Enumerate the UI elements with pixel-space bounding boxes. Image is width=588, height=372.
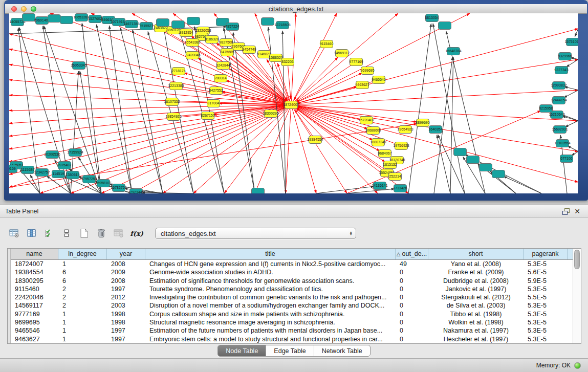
minimize-window-button[interactable] <box>21 6 27 12</box>
table-cell-in_degree: 2 <box>58 301 107 310</box>
graph-node[interactable] <box>480 164 492 171</box>
graph-node-label: 832203 <box>281 60 293 63</box>
graph-node-label: 252214 <box>389 174 401 178</box>
graph-node-label: 9975487 <box>57 163 71 167</box>
table-row[interactable]: 946554611997Estimation of the future num… <box>11 326 573 335</box>
graph-edge <box>291 29 578 105</box>
table-cell-out_degree: 0 <box>396 293 428 301</box>
graph-node[interactable] <box>439 22 451 30</box>
graph-edge <box>564 90 578 98</box>
graph-node-label: 114519 <box>53 172 64 176</box>
column-header-name[interactable]: name <box>11 249 58 259</box>
graph-node[interactable] <box>157 19 169 27</box>
graph-node-label: 1615132 <box>383 163 397 166</box>
table-cell-out_degree: 0 <box>396 285 428 293</box>
table-toolbar: f(x) citations_edges.txt ▲▼ <box>7 225 581 242</box>
tab-network-table[interactable]: Network Table <box>314 345 370 356</box>
table-row[interactable]: 1872400712008Changes of HCN gene express… <box>11 260 573 268</box>
column-header-title[interactable]: title <box>145 249 396 259</box>
graph-edge <box>316 186 374 193</box>
float-panel-icon[interactable] <box>560 207 572 216</box>
table-cell-out_degree: 0 <box>396 318 428 326</box>
function-builder-icon[interactable]: f(x) <box>129 227 144 240</box>
graph-node-label: 677106 <box>560 157 572 160</box>
table-cell-year: 1997 <box>107 335 145 343</box>
column-header-pagerank[interactable]: pagerank <box>524 249 568 259</box>
window-titlebar[interactable]: citations_edges.txt <box>5 4 587 14</box>
graph-node-label: 8475685 <box>220 50 234 54</box>
graph-node[interactable] <box>454 148 467 156</box>
graph-node[interactable] <box>467 156 480 164</box>
row-height-icon[interactable] <box>59 227 73 240</box>
close-window-button[interactable] <box>11 6 17 12</box>
graph-edge <box>9 105 291 187</box>
table-source-value: citations_edges.txt <box>161 230 350 237</box>
graph-node[interactable] <box>23 14 35 21</box>
table-row[interactable]: 1830029562008Estimation of significance … <box>11 277 573 285</box>
column-header-short[interactable]: short <box>428 249 524 259</box>
graph-node-label: 16782759 <box>111 186 126 189</box>
column-visibility-icon[interactable] <box>25 227 38 240</box>
row-selection-icon[interactable] <box>42 227 56 240</box>
graph-edge <box>291 105 316 193</box>
table-row[interactable]: 1456911722003Disruption of a novel membe… <box>11 301 573 310</box>
graph-node-label: 8454749 <box>242 48 256 51</box>
tab-node-table[interactable]: Node Table <box>218 345 266 356</box>
graph-node-label: 8267150 <box>201 114 214 117</box>
table-row[interactable]: 946362711997Embryonic stem cells: a mode… <box>11 335 573 343</box>
table-cell-in_degree: 1 <box>58 335 107 343</box>
graph-node[interactable] <box>262 18 274 26</box>
column-header-year[interactable]: year <box>107 249 145 259</box>
graph-node[interactable] <box>492 170 505 178</box>
new-column-icon[interactable] <box>77 227 91 240</box>
column-header-out_degree[interactable]: △out_de... <box>396 249 428 259</box>
graph-node[interactable] <box>172 21 185 29</box>
table-row[interactable]: 2242004622012Investigating the contribut… <box>11 293 573 301</box>
network-graph[interactable]: 1872400774638228860128891295423226058982… <box>9 13 578 193</box>
scrollbar-thumb[interactable] <box>574 250 580 269</box>
table-source-selector[interactable]: citations_edges.txt ▲▼ <box>155 228 356 239</box>
graph-node-label: 26053346 <box>71 63 86 67</box>
network-canvas[interactable]: 1872400774638228860128891295423226058982… <box>9 13 578 193</box>
table-cell-year: 2008 <box>107 260 145 268</box>
close-panel-icon[interactable]: ✕ <box>572 207 583 216</box>
tab-edge-table[interactable]: Edge Table <box>266 345 313 356</box>
status-bar: Memory: OK <box>0 358 588 372</box>
graph-node-label: 9329966 <box>558 54 572 58</box>
table-row[interactable]: 977716911998Corpus callosum shape and si… <box>11 310 573 318</box>
graph-node[interactable] <box>60 16 73 24</box>
graph-edge <box>101 105 291 193</box>
table-cell-year: 1998 <box>107 310 145 318</box>
memory-status-led[interactable] <box>574 362 581 369</box>
table-cell-out_degree: 0 <box>396 268 428 276</box>
column-header-in_degree[interactable]: in_degree <box>58 249 107 259</box>
graph-node[interactable] <box>187 17 200 25</box>
table-row[interactable]: 911546021997Tourette syndrome. Phenomeno… <box>11 285 573 293</box>
graph-node-label: 7857224 <box>225 25 239 28</box>
table-header-row: namein_degreeyeartitle△out_de...shortpag… <box>11 249 573 260</box>
graph-edge <box>291 59 578 105</box>
table-row[interactable]: 969969511998Structural magnetic resonanc… <box>11 318 573 326</box>
column-header-stub <box>568 249 573 259</box>
table-scrollbar[interactable] <box>573 249 581 343</box>
zoom-window-button[interactable] <box>31 6 36 12</box>
table-cell-short: Hescheler et al. (1997) <box>428 335 524 343</box>
graph-node-label: 2718176 <box>171 69 185 73</box>
delete-column-icon[interactable] <box>94 227 108 240</box>
graph-node[interactable] <box>48 15 61 23</box>
table-cell-pagerank: 5.3E-5 <box>524 260 568 268</box>
table-cell-name: 18724007 <box>11 260 58 268</box>
graph-node-label: 19854925 <box>165 115 181 118</box>
table-cell-year: 2012 <box>107 293 145 301</box>
graph-edge <box>291 90 578 105</box>
graph-node-label: 817004 <box>207 101 219 105</box>
table-cell-short: Nakamura et al. (1997) <box>428 326 524 335</box>
table-cell-short: Wolkin et al. (1998) <box>428 318 524 326</box>
table-row[interactable]: 1938455462009Genome-wide association stu… <box>11 268 573 276</box>
graph-node[interactable] <box>252 188 265 194</box>
table-cell-title: Investigating the contribution of common… <box>145 293 396 301</box>
table-settings-icon[interactable] <box>7 227 21 240</box>
graph-edge <box>291 13 398 105</box>
table-cell-out_degree: 0 <box>396 277 428 285</box>
table-cell-out_degree: 0 <box>396 326 428 335</box>
